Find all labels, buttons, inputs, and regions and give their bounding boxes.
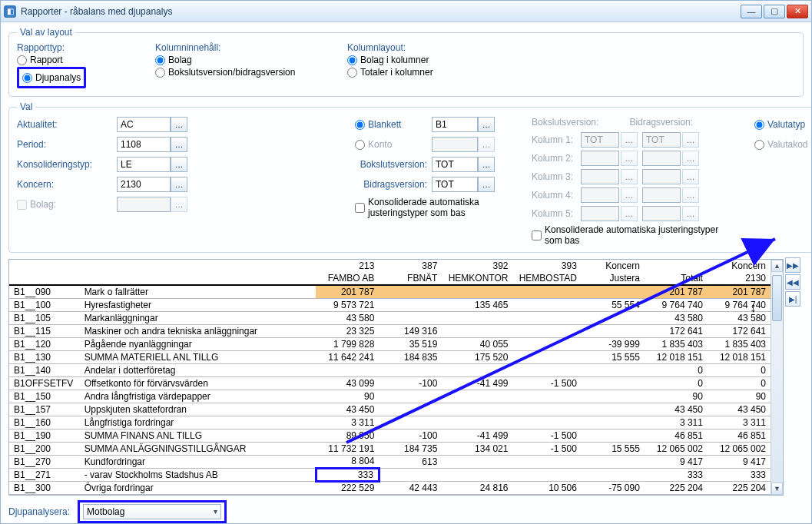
table-row[interactable]: B1__140Andelar i dotterföretag00: [9, 363, 771, 376]
totaler-radio-label: Totaler i kolumner: [360, 67, 433, 78]
valutakod-radio-wrap[interactable]: Valutakod: [754, 139, 807, 150]
bokslut-radio[interactable]: [155, 68, 165, 78]
kol3-bv-browse: …: [621, 169, 638, 184]
bidragsversion-input[interactable]: [432, 177, 478, 192]
kol5-bd: [642, 206, 681, 221]
data-table: 213387392393KoncernKoncern FAMBO ABFBNÄT…: [9, 260, 771, 495]
konto-browse: …: [478, 137, 495, 152]
table-row[interactable]: B1__200SUMMA ANLÄGGNINGSTILLGÅNGAR11 732…: [9, 442, 771, 455]
table-row[interactable]: B1__300Övriga fordringar222 52942 44324 …: [9, 481, 771, 494]
blankett-browse[interactable]: …: [478, 117, 495, 132]
aktualitet-browse[interactable]: …: [171, 117, 187, 132]
table-row[interactable]: B1OFFSETFVOffsetkonto för förvärvsvärden…: [9, 376, 771, 390]
aktualitet-input[interactable]: [117, 117, 171, 132]
kol3-bd: [642, 169, 681, 184]
valutakod-label: Valutakod: [767, 139, 807, 150]
konsoliderade-checkbox[interactable]: [355, 203, 365, 213]
period-label: Period:: [17, 139, 117, 150]
bolag-check-label: Bolag:: [30, 199, 56, 210]
vertical-scrollbar[interactable]: ▲ ▼: [771, 260, 783, 495]
table-header: 213387392393KoncernKoncern FAMBO ABFBNÄT…: [9, 260, 771, 285]
koncern-browse[interactable]: …: [171, 177, 187, 192]
kol2-bv-browse: …: [621, 151, 638, 166]
scroll-thumb[interactable]: [772, 275, 782, 321]
table-row[interactable]: B1__100Hyresfastigheter9 573 721135 4655…: [9, 298, 771, 311]
bokslutsversion-browse[interactable]: …: [478, 157, 495, 172]
bolag-input: [117, 197, 171, 212]
djupanalys-radio[interactable]: [22, 73, 32, 83]
bolag-radio[interactable]: [155, 55, 165, 65]
konsoliderade-check[interactable]: Konsoliderade automatiska justeringstype…: [355, 197, 524, 218]
valutakod-radio[interactable]: [754, 140, 764, 150]
kol5-bv-browse: …: [621, 206, 638, 221]
konsolidering-browse[interactable]: …: [171, 157, 187, 172]
period-input[interactable]: [117, 137, 171, 152]
table-row[interactable]: B1__150Andra långfristiga värdepapper909…: [9, 390, 771, 403]
koncern-input[interactable]: [117, 177, 171, 192]
window-buttons: — ▢ ✕: [741, 5, 808, 18]
minimize-button[interactable]: —: [741, 5, 762, 18]
grid-scroll[interactable]: 213387392393KoncernKoncern FAMBO ABFBNÄT…: [9, 260, 771, 495]
totaler-radio[interactable]: [347, 68, 357, 78]
kol4-bv: [581, 187, 619, 203]
table-row[interactable]: B1__115Maskiner och andra tekniska anläg…: [9, 324, 771, 337]
app-icon: ◧: [4, 5, 16, 18]
bolag-check-wrap: Bolag:: [17, 199, 117, 210]
kol1-bv: [581, 132, 619, 148]
kol3-bv: [581, 169, 619, 184]
kol4-bd-browse: …: [682, 187, 699, 203]
konto-radio-wrap[interactable]: Konto: [355, 139, 432, 150]
konsolidering-label: Konsolideringstyp:: [17, 159, 117, 170]
table-row[interactable]: B1__160Långfristiga fordringar3 3113 311…: [9, 416, 771, 429]
konsoliderade-label: Konsoliderade automatiska justeringstype…: [368, 197, 522, 218]
kolinnehall-bokslut[interactable]: Bokslutsversion/bidragsversion: [155, 67, 347, 78]
rapporttyp-djupanalys[interactable]: Djupanalys: [22, 72, 81, 83]
nav-back-button[interactable]: ◀◀: [785, 274, 800, 290]
nav-forward-button[interactable]: ▶▶: [785, 257, 800, 273]
table-row[interactable]: B1__105Markanläggningar43 58043 58043 58…: [9, 311, 771, 324]
scroll-down-button[interactable]: ▼: [771, 483, 783, 495]
data-grid: 213387392393KoncernKoncern FAMBO ABFBNÄT…: [8, 259, 784, 496]
kol1-bd: [642, 132, 681, 148]
maximize-button[interactable]: ▢: [764, 5, 785, 18]
table-row[interactable]: B1__190SUMMA FINANS ANL TILLG89 950-100-…: [9, 429, 771, 442]
kol5-bd-browse: …: [682, 206, 699, 221]
period-browse[interactable]: …: [171, 137, 187, 152]
bolag-radio-label: Bolag: [168, 55, 192, 65]
valutatyp-radio[interactable]: [754, 120, 764, 130]
kol2-bd-browse: …: [682, 151, 699, 166]
nav-step-button[interactable]: ▶|: [785, 291, 800, 307]
kol1-bv-browse: …: [621, 132, 638, 148]
rapport-radio[interactable]: [17, 55, 27, 65]
close-button[interactable]: ✕: [787, 5, 808, 18]
kol4-bv-browse: …: [621, 187, 638, 203]
bidragsversion-browse[interactable]: …: [478, 177, 495, 192]
djupanalysera-combo[interactable]: Motbolag: [83, 504, 221, 519]
table-row[interactable]: B1__130SUMMA MATERIELL ANL TILLG11 642 2…: [9, 350, 771, 363]
blankett-input[interactable]: [432, 117, 478, 132]
blankett-radio[interactable]: [355, 120, 365, 130]
scroll-up-button[interactable]: ▲: [771, 260, 783, 272]
table-row[interactable]: B1__090Mark o fallrätter201 787201 78720…: [9, 285, 771, 298]
val-fieldset: Val Aktualitet: … Period: … Konsolide: [8, 101, 811, 253]
table-row[interactable]: B1__270Kundfordringar8 8046139 4179 417: [9, 455, 771, 468]
rapporttyp-label: Rapporttyp:: [17, 42, 155, 53]
kolinnehall-bolag[interactable]: Bolag: [155, 55, 347, 65]
konsoliderade2-check[interactable]: Konsoliderade automatiska justeringstype…: [532, 224, 731, 246]
table-row[interactable]: B1__157Uppskjuten skattefordran43 45043 …: [9, 403, 771, 416]
konsolidering-input[interactable]: [117, 157, 171, 172]
bidragsversion-header: Bidragsversion:: [629, 117, 693, 128]
table-row[interactable]: B1__120Pågående nyanläggningar1 799 8283…: [9, 337, 771, 350]
table-row[interactable]: B1__271- varav Stockholms Stadshus AB333…: [9, 468, 771, 481]
blankett-radio-label: Blankett: [368, 119, 401, 130]
rapporttyp-rapport[interactable]: Rapport: [17, 55, 155, 65]
bolagik-radio[interactable]: [347, 55, 357, 65]
kollayout-totaler[interactable]: Totaler i kolumner: [347, 67, 795, 78]
bokslutsversion-input[interactable]: [432, 157, 478, 172]
kolumnlayout-label: Kolumnlayout:: [347, 42, 795, 53]
valutatyp-radio-wrap[interactable]: Valutatyp: [754, 119, 805, 130]
konto-radio[interactable]: [355, 140, 365, 150]
blankett-radio-wrap[interactable]: Blankett: [355, 119, 432, 130]
kollayout-bolagik[interactable]: Bolag i kolumner: [347, 55, 795, 65]
konsoliderade2-checkbox[interactable]: [532, 230, 542, 240]
